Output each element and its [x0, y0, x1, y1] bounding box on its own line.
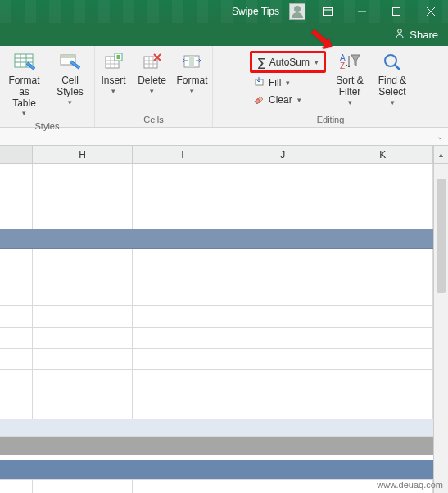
fill-icon [254, 75, 265, 89]
table-row[interactable] [0, 285, 433, 306]
table-row[interactable] [0, 193, 433, 229]
column-header[interactable]: K [333, 146, 433, 163]
window-controls [310, 0, 448, 23]
format-label: Format [176, 75, 207, 87]
svg-rect-30 [189, 56, 194, 67]
document-title: Swipe Tips [227, 6, 284, 17]
worksheet-grid[interactable] [0, 164, 448, 493]
svg-rect-3 [393, 8, 400, 16]
dropdown-caret-icon: ▾ [111, 87, 115, 95]
table-row[interactable] [0, 306, 433, 328]
grid-rows [0, 164, 433, 493]
share-icon [394, 28, 405, 42]
sigma-icon: ∑ [257, 55, 266, 69]
insert-label: Insert [101, 75, 125, 87]
table-row[interactable] [0, 328, 433, 349]
share-bar: Share [0, 23, 448, 46]
dropdown-caret-icon: ▾ [348, 98, 352, 106]
format-cells-icon [181, 51, 204, 74]
ribbon-display-options-button[interactable] [310, 0, 345, 23]
dropdown-caret-icon: ▾ [22, 109, 26, 117]
delete-cells-icon [141, 51, 164, 74]
ribbon: Format as Table ▾ Cell Styles ▾ Styles I… [0, 46, 448, 128]
find-select-button[interactable]: Find & Select ▾ [372, 49, 413, 108]
table-row[interactable] [0, 437, 433, 455]
cell-styles-icon [59, 51, 82, 74]
title-bar: Swipe Tips [0, 0, 448, 23]
cell-styles-label: Cell Styles [57, 75, 84, 98]
dropdown-caret-icon: ▾ [297, 96, 301, 104]
autosum-label: AutoSum [269, 57, 310, 68]
fill-button[interactable]: Fill ▾ [250, 75, 326, 90]
format-button[interactable]: Format ▾ [173, 49, 212, 97]
svg-line-36 [395, 65, 400, 70]
svg-rect-21 [116, 55, 120, 59]
vertical-scrollbar[interactable] [433, 164, 448, 493]
minimize-button[interactable] [345, 0, 379, 23]
styles-group: Format as Table ▾ Cell Styles ▾ Styles [0, 46, 95, 127]
svg-rect-14 [61, 55, 75, 58]
maximize-button[interactable] [379, 0, 414, 23]
column-header[interactable]: J [233, 146, 333, 163]
table-row[interactable] [0, 349, 433, 370]
dropdown-caret-icon: ▾ [286, 79, 290, 87]
share-button[interactable]: Share [410, 29, 438, 41]
table-row[interactable] [0, 419, 433, 437]
scrollbar-thumb[interactable] [437, 179, 446, 293]
column-header[interactable]: I [133, 146, 233, 163]
formula-bar[interactable]: ⌄ [0, 128, 448, 146]
clear-button[interactable]: Clear ▾ [250, 92, 326, 107]
delete-button[interactable]: Delete ▾ [133, 49, 171, 97]
table-row[interactable] [0, 460, 433, 480]
column-header[interactable]: H [33, 146, 133, 163]
select-all-corner[interactable] [0, 146, 33, 163]
find-select-icon [381, 51, 404, 74]
close-button[interactable] [414, 0, 448, 23]
table-row[interactable] [0, 229, 433, 249]
format-as-table-button[interactable]: Format as Table ▾ [2, 49, 47, 120]
editing-group-label: Editing [317, 113, 345, 127]
styles-group-label: Styles [35, 120, 60, 133]
clear-icon [254, 93, 265, 106]
cell-styles-button[interactable]: Cell Styles ▾ [48, 49, 93, 108]
table-row[interactable] [0, 391, 433, 419]
cells-group-label: Cells [143, 113, 163, 127]
sort-filter-label: Sort & Filter [336, 75, 363, 98]
dropdown-caret-icon: ▾ [68, 98, 72, 106]
table-row[interactable] [0, 370, 433, 391]
insert-button[interactable]: Insert ▾ [96, 49, 132, 97]
scroll-gutter: ▴ [433, 146, 448, 163]
table-row[interactable] [0, 164, 433, 193]
svg-point-6 [398, 29, 402, 33]
clear-label: Clear [269, 94, 292, 106]
watermark: www.deuaq.com [377, 480, 443, 490]
sort-filter-icon: AZ [338, 51, 361, 74]
svg-rect-0 [324, 8, 333, 16]
user-avatar[interactable] [289, 3, 305, 20]
format-as-table-icon [13, 51, 36, 74]
dropdown-caret-icon: ▾ [190, 87, 194, 95]
dropdown-caret-icon: ▾ [391, 98, 395, 106]
expand-formula-bar-icon[interactable]: ⌄ [437, 132, 443, 141]
format-as-table-label: Format as Table [6, 75, 43, 109]
insert-cells-icon [102, 51, 125, 74]
table-row[interactable] [0, 249, 433, 285]
column-headers: H I J K ▴ [0, 146, 448, 164]
cells-group: Insert ▾ Delete ▾ Format ▾ Cells [95, 46, 213, 127]
find-select-label: Find & Select [378, 75, 407, 98]
fill-label: Fill [269, 77, 281, 88]
svg-text:Z: Z [340, 61, 345, 70]
dropdown-caret-icon: ▾ [150, 87, 154, 95]
dropdown-caret-icon: ▾ [315, 58, 319, 66]
svg-point-35 [385, 55, 396, 66]
callout-arrow [308, 28, 336, 59]
delete-label: Delete [138, 75, 166, 87]
